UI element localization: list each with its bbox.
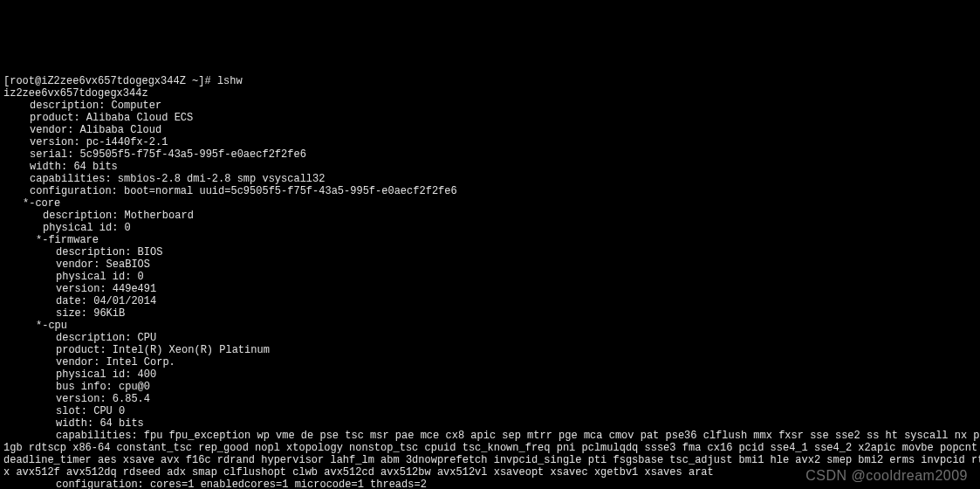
- terminal-output[interactable]: [root@iZ2zee6vx657tdogegx344Z ~]# lshw i…: [0, 61, 980, 489]
- firmware-version: version: 449e491: [3, 283, 156, 295]
- command-text: lshw: [217, 75, 243, 87]
- core-header: *-core: [3, 197, 60, 210]
- cpu-capabilities-line1: capabilities: fpu fpu_exception wp vme d…: [3, 430, 980, 442]
- cpu-capabilities-line4: x avx512f avx512dq rdseed adx smap clflu…: [3, 466, 714, 479]
- firmware-header: *-firmware: [3, 234, 99, 246]
- prompt-line: [root@iZ2zee6vx657tdogegx344Z ~]# lshw: [3, 75, 243, 87]
- root-product: product: Alibaba Cloud ECS: [3, 112, 193, 124]
- cpu-header: *-cpu: [3, 320, 67, 332]
- core-physical-id: physical id: 0: [3, 222, 131, 234]
- hostname-echo: iz2zee6vx657tdogegx344z: [3, 87, 148, 100]
- cpu-vendor: vendor: Intel Corp.: [3, 356, 175, 368]
- firmware-description: description: BIOS: [3, 246, 162, 258]
- firmware-date: date: 04/01/2014: [3, 295, 156, 307]
- firmware-size: size: 96KiB: [3, 307, 125, 320]
- cpu-capabilities-line2: 1gb rdtscp x86-64 constant_tsc rep_good …: [3, 442, 980, 454]
- root-serial: serial: 5c9505f5-f75f-43a5-995f-e0aecf2f…: [3, 148, 306, 161]
- firmware-physical-id: physical id: 0: [3, 271, 144, 283]
- cpu-width: width: 64 bits: [3, 417, 144, 430]
- root-version: version: pc-i440fx-2.1: [3, 136, 168, 148]
- cpu-capabilities-line3: deadline_timer aes xsave avx f16c rdrand…: [3, 454, 980, 466]
- root-width: width: 64 bits: [3, 161, 118, 173]
- cpu-bus-info: bus info: cpu@0: [3, 381, 150, 393]
- cpu-configuration: configuration: cores=1 enabledcores=1 mi…: [3, 479, 427, 489]
- cpu-slot: slot: CPU 0: [3, 405, 125, 417]
- firmware-vendor: vendor: SeaBIOS: [3, 258, 150, 271]
- root-capabilities: capabilities: smbios-2.8 dmi-2.8 smp vsy…: [3, 173, 325, 185]
- core-description: description: Motherboard: [3, 210, 194, 222]
- cpu-description: description: CPU: [3, 332, 156, 344]
- root-vendor: vendor: Alibaba Cloud: [3, 124, 161, 136]
- cpu-version: version: 6.85.4: [3, 393, 150, 405]
- cpu-product: product: Intel(R) Xeon(R) Platinum: [3, 344, 270, 356]
- cpu-physical-id: physical id: 400: [3, 368, 156, 381]
- root-description: description: Computer: [3, 100, 161, 112]
- root-configuration: configuration: boot=normal uuid=5c9505f5…: [3, 185, 457, 197]
